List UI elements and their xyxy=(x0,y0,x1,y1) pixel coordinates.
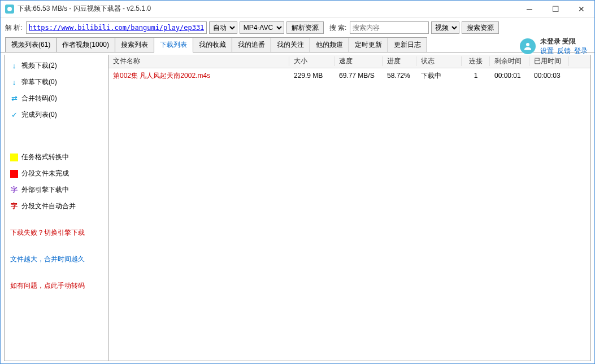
check-icon: ✓ xyxy=(10,111,18,119)
char-icon: 字 xyxy=(10,201,18,211)
cell-filename: 第002集 凡人风起天南2002.m4s xyxy=(108,71,289,81)
legend-auto-merge: 字 分段文件自动合并 xyxy=(8,200,105,213)
legend-label: 任务格式转换中 xyxy=(21,152,69,162)
cell-size: 229.9 MB xyxy=(289,72,335,80)
window-controls: ─ ☐ ✕ xyxy=(516,1,594,17)
tabs: 视频列表(61) 作者视频(1000) 搜索列表 下载列表 我的收藏 我的追番 … xyxy=(1,38,594,52)
tab-search-list[interactable]: 搜索列表 xyxy=(115,37,154,52)
download-icon: ↓ xyxy=(10,78,18,86)
tab-video-list[interactable]: 视频列表(61) xyxy=(5,37,57,52)
parse-label: 解 析: xyxy=(5,23,23,33)
swap-icon: ⇄ xyxy=(10,95,18,103)
tab-my-follow[interactable]: 我的关注 xyxy=(271,37,310,52)
login-status: 未登录 受限 xyxy=(540,37,576,46)
help-download-fail[interactable]: 下载失败？切换引擎下载 xyxy=(8,226,105,239)
cell-connections: 1 xyxy=(462,72,490,80)
th-speed[interactable]: 速度 xyxy=(335,56,383,66)
sidebar-item-label: 视频下载(2) xyxy=(21,61,57,71)
sidebar-item-video-download[interactable]: ↓ 视频下载(2) xyxy=(8,59,105,72)
cell-speed: 69.77 MB/S xyxy=(335,72,383,80)
cell-progress: 58.72% xyxy=(383,72,416,80)
user-area: 未登录 受限 设置 反馈 登录 xyxy=(520,37,588,56)
search-input[interactable] xyxy=(350,21,429,34)
tab-his-channel[interactable]: 他的频道 xyxy=(310,37,349,52)
titlebar: 下载:65.53 MB/s - 闪豆视频下载器 - v2.5.1.0 ─ ☐ ✕ xyxy=(1,1,594,17)
table-header: 文件名称 大小 速度 进度 状态 连接 剩余时间 已用时间 xyxy=(108,55,590,68)
cell-remaining: 00:00:01 xyxy=(490,72,529,80)
download-icon: ↓ xyxy=(10,62,18,70)
settings-link[interactable]: 设置 xyxy=(540,46,554,56)
th-progress[interactable]: 进度 xyxy=(383,56,416,66)
window-title: 下载:65.53 MB/s - 闪豆视频下载器 - v2.5.1.0 xyxy=(18,4,516,14)
th-connections[interactable]: 连接 xyxy=(462,56,490,66)
th-elapsed[interactable]: 已用时间 xyxy=(529,56,569,66)
legend-label: 外部引擎下载中 xyxy=(21,185,69,195)
search-button[interactable]: 搜索资源 xyxy=(462,21,499,34)
sidebar-item-danmu-download[interactable]: ↓ 弹幕下载(0) xyxy=(8,76,105,89)
sidebar-item-label: 弹幕下载(0) xyxy=(21,77,57,87)
sidebar-item-label: 合并转码(0) xyxy=(21,94,57,103)
legend-converting: 任务格式转换中 xyxy=(8,151,105,164)
tab-scheduled[interactable]: 定时更新 xyxy=(349,37,388,52)
legend-label: 分段文件未完成 xyxy=(21,169,69,178)
auto-select[interactable]: 自动 xyxy=(209,21,237,34)
feedback-link[interactable]: 反馈 xyxy=(557,46,571,56)
cell-elapsed: 00:00:03 xyxy=(529,72,569,80)
legend-label: 分段文件自动合并 xyxy=(21,201,76,211)
th-status[interactable]: 状态 xyxy=(416,56,462,66)
search-label: 搜 索: xyxy=(329,23,347,33)
sidebar: ↓ 视频下载(2) ↓ 弹幕下载(0) ⇄ 合并转码(0) ✓ 完成列表(0) … xyxy=(4,55,108,361)
main-panel: 文件名称 大小 速度 进度 状态 连接 剩余时间 已用时间 第002集 凡人风起… xyxy=(108,55,591,361)
sidebar-item-merge-transcode[interactable]: ⇄ 合并转码(0) xyxy=(8,92,105,105)
toolbar: 解 析: 自动 MP4-AVC 解析资源 搜 索: 视频 搜索资源 xyxy=(1,17,594,38)
help-large-file[interactable]: 文件越大，合并时间越久 xyxy=(8,253,105,266)
tab-download-list[interactable]: 下载列表 xyxy=(154,37,193,52)
app-icon xyxy=(5,5,14,14)
yellow-square-icon xyxy=(10,154,18,161)
th-size[interactable]: 大小 xyxy=(289,56,335,66)
red-square-icon xyxy=(10,170,18,178)
login-link[interactable]: 登录 xyxy=(574,46,588,56)
sidebar-item-label: 完成列表(0) xyxy=(21,110,57,120)
tab-my-bangumi[interactable]: 我的追番 xyxy=(232,37,271,52)
table-body: 第002集 凡人风起天南2002.m4s 229.9 MB 69.77 MB/S… xyxy=(108,68,590,83)
char-icon: 字 xyxy=(10,185,18,195)
avatar[interactable] xyxy=(520,38,536,54)
minimize-button[interactable]: ─ xyxy=(516,1,542,17)
tab-my-favorites[interactable]: 我的收藏 xyxy=(193,37,232,52)
user-icon xyxy=(523,41,533,51)
format-select[interactable]: MP4-AVC xyxy=(240,21,284,34)
app-window: 下载:65.53 MB/s - 闪豆视频下载器 - v2.5.1.0 ─ ☐ ✕… xyxy=(0,0,595,364)
sidebar-item-complete-list[interactable]: ✓ 完成列表(0) xyxy=(8,108,105,121)
maximize-button[interactable]: ☐ xyxy=(542,1,568,17)
th-filename[interactable]: 文件名称 xyxy=(108,56,289,66)
search-type-select[interactable]: 视频 xyxy=(431,21,459,34)
table-row[interactable]: 第002集 凡人风起天南2002.m4s 229.9 MB 69.77 MB/S… xyxy=(108,68,590,83)
tab-changelog[interactable]: 更新日志 xyxy=(388,37,427,52)
close-button[interactable]: ✕ xyxy=(568,1,594,17)
parse-button[interactable]: 解析资源 xyxy=(286,21,324,34)
tab-author-videos[interactable]: 作者视频(1000) xyxy=(56,37,115,52)
legend-external-engine: 字 外部引擎下载中 xyxy=(8,183,105,196)
help-manual-transcode[interactable]: 如有问题，点此手动转码 xyxy=(8,279,105,292)
content: ↓ 视频下载(2) ↓ 弹幕下载(0) ⇄ 合并转码(0) ✓ 完成列表(0) … xyxy=(1,52,594,363)
svg-point-0 xyxy=(526,43,529,46)
legend-incomplete: 分段文件未完成 xyxy=(8,167,105,180)
url-input[interactable] xyxy=(26,21,207,34)
th-remaining[interactable]: 剩余时间 xyxy=(490,56,529,66)
cell-status: 下载中 xyxy=(416,71,462,81)
